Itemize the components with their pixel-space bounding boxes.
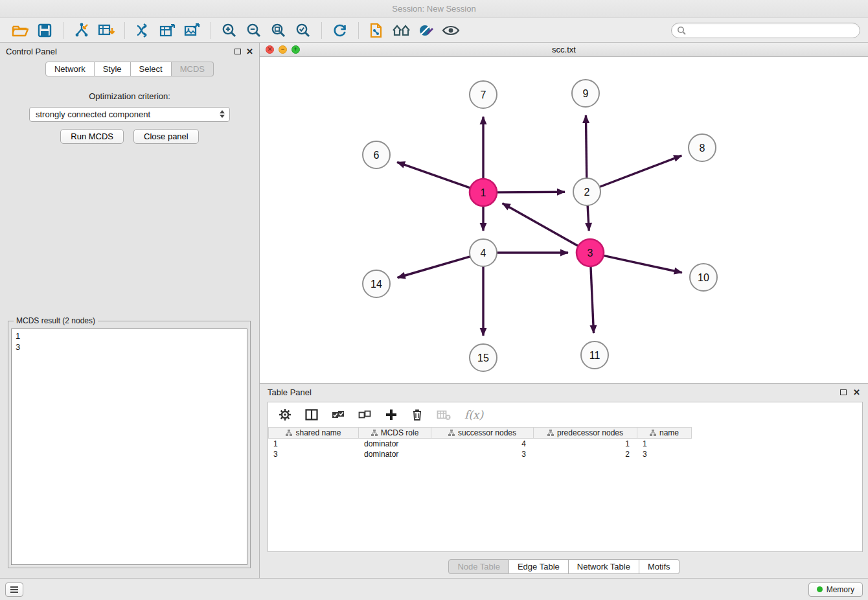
- toolbar-separator: [321, 22, 322, 39]
- table-cell[interactable]: 3: [637, 449, 692, 459]
- graph-node-2[interactable]: 2: [573, 178, 600, 205]
- add-column-button[interactable]: [385, 408, 398, 421]
- new-network-button[interactable]: [131, 20, 155, 41]
- close-panel-button[interactable]: Close panel: [133, 129, 199, 144]
- tab-mcds[interactable]: MCDS: [172, 62, 214, 76]
- graph-node-7[interactable]: 7: [470, 81, 497, 108]
- export-table-button[interactable]: [155, 20, 180, 41]
- export-image-button[interactable]: [180, 20, 205, 41]
- table-cell[interactable]: 2: [534, 449, 637, 459]
- zoom-out-button[interactable]: [242, 20, 266, 41]
- table-settings-button[interactable]: [279, 408, 291, 421]
- table-row[interactable]: 3dominator323: [268, 449, 862, 459]
- graph-edge-2-3[interactable]: [588, 205, 589, 231]
- table-cell[interactable]: 3: [431, 449, 534, 459]
- apply-style-button[interactable]: [414, 20, 439, 41]
- column-header-mcds-role[interactable]: MCDS role: [359, 427, 431, 439]
- network-titlebar[interactable]: scc.txt ✕ − +: [260, 43, 868, 57]
- tab-edge-table[interactable]: Edge Table: [509, 559, 569, 574]
- graph-node-8[interactable]: 8: [689, 134, 716, 161]
- memory-button[interactable]: Memory: [808, 583, 863, 597]
- zoom-selected-icon: [295, 23, 311, 38]
- zoom-in-button[interactable]: [217, 20, 242, 41]
- criterion-dropdown[interactable]: strongly connected component: [29, 107, 230, 122]
- status-bar: Memory: [0, 578, 868, 600]
- refresh-view-button[interactable]: [328, 20, 352, 41]
- graph-node-10[interactable]: 10: [690, 264, 717, 291]
- column-header-predecessor-nodes[interactable]: predecessor nodes: [534, 427, 637, 439]
- search-input[interactable]: [686, 25, 854, 36]
- table-row[interactable]: 1dominator411: [268, 439, 862, 449]
- control-panel-tabs: NetworkStyleSelectMCDS: [0, 62, 259, 76]
- table-cell[interactable]: dominator: [359, 439, 431, 449]
- network-canvas[interactable]: 7968124314101511: [260, 57, 868, 383]
- table-panel-title: Table Panel: [268, 387, 312, 397]
- import-table-button[interactable]: [94, 20, 119, 41]
- column-header-name[interactable]: name: [637, 427, 692, 439]
- column-header-successor-nodes[interactable]: successor nodes: [431, 427, 534, 439]
- run-mcds-button[interactable]: Run MCDS: [60, 129, 124, 144]
- table-cell[interactable]: 4: [431, 439, 534, 449]
- graph-node-4[interactable]: 4: [470, 239, 497, 266]
- graph-edge-3-10[interactable]: [604, 255, 682, 272]
- result-line: 1: [16, 330, 243, 341]
- table-cell[interactable]: 3: [268, 449, 359, 459]
- tab-motifs[interactable]: Motifs: [639, 559, 680, 574]
- graph-edge-1-6[interactable]: [397, 162, 470, 188]
- minimize-window-icon[interactable]: −: [279, 45, 287, 54]
- tab-node-table[interactable]: Node Table: [448, 559, 509, 574]
- tab-style[interactable]: Style: [95, 62, 131, 76]
- float-table-panel-icon[interactable]: [840, 389, 847, 395]
- tab-network[interactable]: Network: [45, 62, 95, 76]
- float-panel-icon[interactable]: [234, 49, 241, 54]
- column-sort-icon: [371, 430, 378, 436]
- zoom-fit-button[interactable]: [266, 20, 291, 41]
- tab-select[interactable]: Select: [131, 62, 172, 76]
- graph-edge-2-9[interactable]: [586, 115, 586, 178]
- panel-menu-button[interactable]: [5, 583, 23, 597]
- show-columns-button[interactable]: [305, 409, 318, 421]
- graph-edge-3-11[interactable]: [591, 266, 594, 333]
- save-session-button[interactable]: [32, 20, 57, 41]
- graph-node-11[interactable]: 11: [581, 341, 608, 369]
- table-cell[interactable]: 1: [637, 439, 692, 449]
- graph-node-3[interactable]: 3: [577, 239, 604, 266]
- network-window: scc.txt ✕ − + 7968124314101511: [260, 43, 868, 384]
- column-header-shared-name[interactable]: shared name: [268, 427, 359, 439]
- delete-column-button[interactable]: [411, 408, 423, 421]
- function-builder-button[interactable]: f(x): [464, 408, 483, 421]
- show-hide-graphics-button[interactable]: [439, 20, 463, 41]
- network-from-selection-button[interactable]: [365, 20, 389, 41]
- mcds-result-group: MCDS result (2 nodes) 13: [8, 321, 251, 568]
- graph-edge-1-2[interactable]: [497, 192, 565, 192]
- zoom-selected-button[interactable]: [291, 20, 315, 41]
- document-network-icon: [369, 23, 385, 38]
- table-cell[interactable]: 1: [268, 439, 359, 449]
- deselect-all-rows-button[interactable]: [358, 410, 371, 420]
- zoom-window-icon[interactable]: +: [291, 45, 300, 54]
- first-neighbors-button[interactable]: [389, 20, 414, 41]
- graph-node-6[interactable]: 6: [363, 141, 390, 168]
- node-label: 1: [481, 187, 486, 198]
- import-network-button[interactable]: [69, 20, 94, 41]
- table-cell[interactable]: 1: [534, 439, 637, 449]
- graph-edge-3-1[interactable]: [503, 203, 578, 246]
- close-panel-icon[interactable]: ✕: [246, 47, 253, 56]
- mcds-result-list[interactable]: 13: [11, 329, 247, 565]
- memory-status-icon: [817, 586, 823, 592]
- tab-network-table[interactable]: Network Table: [569, 559, 639, 574]
- open-session-button[interactable]: [8, 20, 32, 41]
- network-graph[interactable]: 7968124314101511: [260, 57, 865, 383]
- close-table-panel-icon[interactable]: ✕: [853, 388, 860, 397]
- close-window-icon[interactable]: ✕: [266, 45, 274, 54]
- graph-edge-4-14[interactable]: [398, 257, 470, 278]
- graph-edge-2-8[interactable]: [600, 156, 682, 187]
- graph-node-1[interactable]: 1: [470, 179, 497, 206]
- select-all-rows-button[interactable]: [332, 410, 345, 420]
- graph-node-9[interactable]: 9: [572, 80, 599, 107]
- search-box[interactable]: [671, 23, 860, 38]
- table-cell[interactable]: dominator: [359, 449, 431, 459]
- graph-node-15[interactable]: 15: [470, 344, 497, 371]
- graph-node-14[interactable]: 14: [363, 270, 390, 297]
- save-icon: [38, 23, 52, 38]
